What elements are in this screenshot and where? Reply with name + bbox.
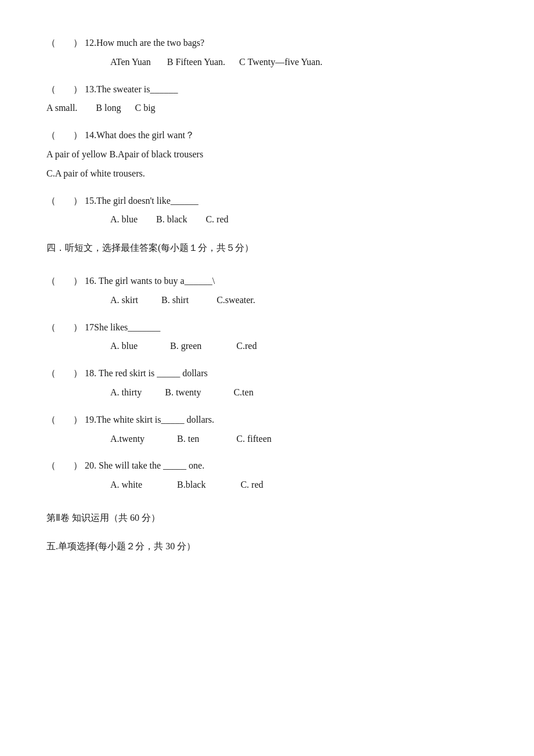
q17-opt-c: C.red <box>236 341 257 351</box>
q16-paren-open: （ <box>46 273 56 290</box>
q16-opt-b: B. shirt <box>161 295 189 305</box>
q15-opt-b: B. black <box>156 214 187 224</box>
q15-answer-space <box>56 193 73 210</box>
q20-options: A. white B.black C. red <box>110 477 488 494</box>
q19-paren-open: （ <box>46 412 56 429</box>
q17-answer-space <box>56 319 73 336</box>
q14-text: 14.What does the girl want？ <box>85 127 194 144</box>
q12-text: 12.How much are the two bags? <box>85 35 204 52</box>
question-17: （ ） 17She likes_______ A. blue B. green … <box>46 319 488 355</box>
q13-paren-close: ） <box>73 81 82 98</box>
question-17-line: （ ） 17She likes_______ <box>46 319 488 336</box>
q16-text: 16. The girl wants to buy a______\ <box>85 273 215 290</box>
q18-opt-b: B. twenty <box>165 387 201 397</box>
q20-paren-open: （ <box>46 458 56 474</box>
section2-label: 第Ⅱ卷 知识运用（共 60 分） <box>46 513 160 523</box>
question-13: （ ） 13.The sweater is______ A small. B l… <box>46 81 488 117</box>
q18-answer-space <box>56 365 73 382</box>
q20-opt-a: A. white <box>110 480 142 489</box>
question-18-line: （ ） 18. The red skirt is _____ dollars <box>46 365 488 382</box>
q14-opt-c: C.A pair of white trousers. <box>46 168 145 178</box>
q14-options-2: C.A pair of white trousers. <box>46 165 488 182</box>
q17-opt-a: A. blue <box>110 341 138 351</box>
q18-paren-close: ） <box>73 365 82 382</box>
q19-text: 19.The white skirt is_____ dollars. <box>85 412 214 429</box>
q13-options: A small. B long C big <box>46 100 488 117</box>
question-12-line: （ ） 12.How much are the two bags? <box>46 35 488 52</box>
question-20-line: （ ） 20. She will take the _____ one. <box>46 458 488 474</box>
q18-opt-c: C.ten <box>233 387 253 397</box>
q15-opt-a: A. blue <box>110 214 138 224</box>
section2-header: 第Ⅱ卷 知识运用（共 60 分） <box>46 510 488 527</box>
page: （ ） 12.How much are the two bags? ATen Y… <box>0 0 534 756</box>
q16-opt-a: A. skirt <box>110 295 138 305</box>
q17-paren-open: （ <box>46 319 56 336</box>
q14-answer-space <box>56 127 73 144</box>
question-13-line: （ ） 13.The sweater is______ <box>46 81 488 98</box>
q14-opt-ab: A pair of yellow B.Apair of black trouse… <box>46 149 203 159</box>
q12-paren-open: （ <box>46 35 56 52</box>
question-12: （ ） 12.How much are the two bags? ATen Y… <box>46 35 488 71</box>
q12-options: ATen Yuan B Fifteen Yuan. C Twenty—five … <box>110 54 488 71</box>
q12-opt-c: C Twenty—five Yuan. <box>239 57 322 67</box>
question-18: （ ） 18. The red skirt is _____ dollars A… <box>46 365 488 401</box>
q14-paren-open: （ <box>46 127 56 144</box>
q14-paren-close: ） <box>73 127 82 144</box>
question-19-line: （ ） 19.The white skirt is_____ dollars. <box>46 412 488 429</box>
question-15-line: （ ） 15.The girl doesn't like______ <box>46 193 488 210</box>
q20-opt-c: C. red <box>240 480 263 489</box>
question-16: （ ） 16. The girl wants to buy a______\ A… <box>46 273 488 309</box>
q20-opt-b: B.black <box>177 480 205 489</box>
q16-answer-space <box>56 273 73 290</box>
q20-paren-close: ） <box>73 458 82 474</box>
q19-opt-a: A.twenty <box>110 434 145 444</box>
question-14-line: （ ） 14.What does the girl want？ <box>46 127 488 144</box>
q13-answer-space <box>56 81 73 98</box>
q17-opt-b: B. green <box>170 341 201 351</box>
section5-sub: 五.单项选择(每小题２分，共 30 分） <box>46 538 488 555</box>
q17-options: A. blue B. green C.red <box>110 338 488 355</box>
q13-opt-c: C big <box>135 103 155 113</box>
q18-options: A. thirty B. twenty C.ten <box>110 384 488 401</box>
q19-paren-close: ） <box>73 412 82 429</box>
q13-paren-open: （ <box>46 81 56 98</box>
q15-text: 15.The girl doesn't like______ <box>85 193 199 210</box>
q19-opt-b: B. ten <box>177 434 199 444</box>
q19-options: A.twenty B. ten C. fifteen <box>110 431 488 448</box>
q14-options-1: A pair of yellow B.Apair of black trouse… <box>46 146 488 163</box>
q16-options: A. skirt B. shirt C.sweater. <box>110 292 488 309</box>
q20-text: 20. She will take the _____ one. <box>85 458 204 474</box>
section4-label: 四．听短文，选择最佳答案(每小题１分，共５分） <box>46 243 254 253</box>
q12-opt-a: ATen Yuan <box>110 57 151 67</box>
q15-options: A. blue B. black C. red <box>110 211 488 228</box>
q12-answer-space <box>56 35 73 52</box>
q18-opt-a: A. thirty <box>110 387 142 397</box>
q16-opt-c: C.sweater. <box>217 295 255 305</box>
q15-paren-close: ） <box>73 193 82 210</box>
q20-answer-space <box>56 458 73 474</box>
q18-text: 18. The red skirt is _____ dollars <box>85 365 208 382</box>
q18-paren-open: （ <box>46 365 56 382</box>
q15-paren-open: （ <box>46 193 56 210</box>
q12-opt-b: B Fifteen Yuan. <box>167 57 225 67</box>
question-19: （ ） 19.The white skirt is_____ dollars. … <box>46 412 488 448</box>
section4-header: 四．听短文，选择最佳答案(每小题１分，共５分） <box>46 240 488 257</box>
q12-paren-close: ） <box>73 35 82 52</box>
q15-opt-c: C. red <box>205 214 228 224</box>
question-20: （ ） 20. She will take the _____ one. A. … <box>46 458 488 494</box>
question-14: （ ） 14.What does the girl want？ A pair o… <box>46 127 488 182</box>
section5-sub-label: 五.单项选择(每小题２分，共 30 分） <box>46 541 196 551</box>
q19-opt-c: C. fifteen <box>236 434 271 444</box>
q13-opt-a: A small. <box>46 103 77 113</box>
q17-text: 17She likes_______ <box>85 319 160 336</box>
question-15: （ ） 15.The girl doesn't like______ A. bl… <box>46 193 488 229</box>
q19-answer-space <box>56 412 73 429</box>
q17-paren-close: ） <box>73 319 82 336</box>
q13-opt-b: B long <box>96 103 121 113</box>
question-16-line: （ ） 16. The girl wants to buy a______\ <box>46 273 488 290</box>
q13-text: 13.The sweater is______ <box>85 81 178 98</box>
q16-paren-close: ） <box>73 273 82 290</box>
